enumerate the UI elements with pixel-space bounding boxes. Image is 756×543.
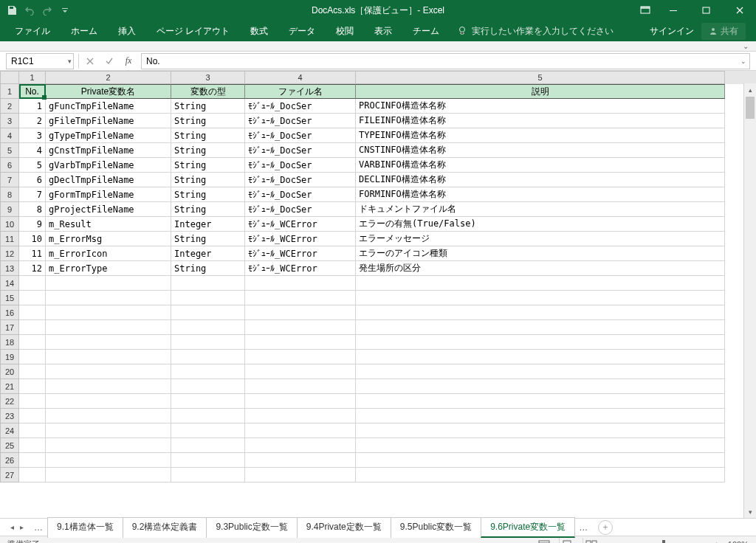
table-cell[interactable]	[19, 335, 46, 350]
table-cell[interactable]: ﾓｼﾞｭｰﾙ_WCError	[245, 261, 356, 276]
table-cell[interactable]: ドキュメントファイル名	[356, 202, 725, 217]
row-header[interactable]: 26	[0, 453, 19, 468]
col-header[interactable]: 2	[46, 71, 171, 84]
table-cell[interactable]: 10	[19, 232, 46, 246]
table-cell[interactable]: gVarbTmpFileName	[46, 158, 171, 173]
scroll-up-icon[interactable]: ▴	[744, 83, 756, 96]
close-button[interactable]	[723, 0, 756, 21]
row-header[interactable]: 1	[0, 84, 19, 99]
table-cell[interactable]	[19, 379, 46, 394]
table-cell[interactable]: gProjectFileName	[46, 202, 171, 217]
save-icon[interactable]	[6, 4, 18, 16]
table-cell[interactable]	[46, 409, 171, 423]
table-cell[interactable]	[19, 409, 46, 423]
page-break-view-button[interactable]	[583, 538, 600, 544]
vertical-scrollbar[interactable]: ▴ ▾	[743, 83, 756, 518]
table-cell[interactable]	[245, 453, 356, 468]
table-cell[interactable]: 6	[19, 173, 46, 187]
table-cell[interactable]	[245, 438, 356, 453]
table-cell[interactable]	[356, 409, 725, 423]
table-cell[interactable]	[46, 379, 171, 394]
table-cell[interactable]: 発生場所の区分	[356, 261, 725, 276]
table-cell[interactable]: String	[171, 99, 245, 114]
table-cell[interactable]: gFileTmpFileName	[46, 114, 171, 128]
ribbon-tab-data[interactable]: データ	[278, 21, 326, 41]
table-cell[interactable]	[245, 379, 356, 394]
undo-icon[interactable]	[24, 4, 35, 16]
table-cell[interactable]	[356, 438, 725, 453]
table-cell[interactable]	[46, 305, 171, 320]
tab-overflow-left-icon[interactable]: …	[30, 522, 47, 533]
table-cell[interactable]	[356, 276, 725, 291]
table-cell[interactable]	[46, 291, 171, 305]
table-cell[interactable]: String	[171, 114, 245, 128]
sheet-tab[interactable]: 9.3Public定数一覧	[206, 517, 297, 538]
table-cell[interactable]: TYPEINFO構造体名称	[356, 128, 725, 143]
row-header[interactable]: 19	[0, 350, 19, 364]
table-cell[interactable]: DECLINFO構造体名称	[356, 173, 725, 187]
table-cell[interactable]	[46, 364, 171, 379]
table-cell[interactable]	[46, 453, 171, 468]
table-cell[interactable]: m_Result	[46, 217, 171, 232]
table-cell[interactable]	[19, 350, 46, 364]
table-cell[interactable]: ﾓｼﾞｭｰﾙ_WCError	[245, 232, 356, 246]
table-cell[interactable]	[356, 394, 725, 409]
table-cell[interactable]	[245, 320, 356, 335]
table-cell[interactable]: gTypeTmpFileName	[46, 128, 171, 143]
table-cell[interactable]: エラーのアイコン種類	[356, 246, 725, 261]
table-header-cell[interactable]: No.	[19, 84, 46, 99]
table-cell[interactable]: 8	[19, 202, 46, 217]
table-cell[interactable]	[171, 350, 245, 364]
row-header[interactable]: 24	[0, 423, 19, 438]
table-cell[interactable]	[171, 335, 245, 350]
table-cell[interactable]	[19, 276, 46, 291]
row-header[interactable]: 17	[0, 320, 19, 335]
sheet-tab[interactable]: 9.1構造体一覧	[47, 517, 123, 538]
table-header-cell[interactable]: 説明	[356, 84, 725, 99]
table-cell[interactable]	[46, 394, 171, 409]
qat-customize-icon[interactable]	[59, 4, 71, 16]
row-header[interactable]: 22	[0, 394, 19, 409]
page-layout-view-button[interactable]	[559, 538, 577, 544]
table-cell[interactable]: gDeclTmpFileName	[46, 173, 171, 187]
table-cell[interactable]	[356, 350, 725, 364]
table-cell[interactable]	[245, 409, 356, 423]
maximize-button[interactable]	[690, 0, 723, 21]
table-cell[interactable]: ﾓｼﾞｭｰﾙ_DocSer	[245, 114, 356, 128]
table-cell[interactable]	[245, 350, 356, 364]
row-header[interactable]: 3	[0, 114, 19, 128]
signin-link[interactable]: サインイン	[650, 25, 694, 38]
row-header[interactable]: 16	[0, 305, 19, 320]
row-header[interactable]: 11	[0, 232, 19, 246]
table-cell[interactable]	[19, 364, 46, 379]
table-cell[interactable]: ﾓｼﾞｭｰﾙ_DocSer	[245, 187, 356, 202]
table-cell[interactable]	[46, 320, 171, 335]
table-cell[interactable]	[171, 394, 245, 409]
table-cell[interactable]	[171, 409, 245, 423]
row-header[interactable]: 9	[0, 202, 19, 217]
table-header-cell[interactable]: 変数の型	[171, 84, 245, 99]
table-cell[interactable]: 2	[19, 114, 46, 128]
new-sheet-button[interactable]: ＋	[598, 520, 613, 535]
enter-formula-button[interactable]	[100, 53, 119, 69]
table-cell[interactable]: ﾓｼﾞｭｰﾙ_DocSer	[245, 128, 356, 143]
table-cell[interactable]	[19, 394, 46, 409]
ribbon-tab-formulas[interactable]: 数式	[240, 21, 278, 41]
table-cell[interactable]: m_ErrorIcon	[46, 246, 171, 261]
row-header[interactable]: 21	[0, 379, 19, 394]
ribbon-display-icon[interactable]	[634, 0, 656, 21]
table-cell[interactable]: FILEINFO構造体名称	[356, 114, 725, 128]
table-cell[interactable]	[46, 438, 171, 453]
table-cell[interactable]	[245, 394, 356, 409]
zoom-in-button[interactable]: +	[711, 540, 721, 544]
table-cell[interactable]	[171, 320, 245, 335]
name-box[interactable]: R1C1 ▾	[6, 53, 74, 69]
table-cell[interactable]	[245, 291, 356, 305]
table-cell[interactable]	[356, 320, 725, 335]
table-cell[interactable]: ﾓｼﾞｭｰﾙ_DocSer	[245, 143, 356, 158]
worksheet-grid[interactable]: 1 2 3 4 5 1No.Private変数名変数の型ファイル名説明21gFu…	[0, 71, 756, 518]
table-cell[interactable]: ﾓｼﾞｭｰﾙ_DocSer	[245, 158, 356, 173]
table-cell[interactable]	[171, 423, 245, 438]
row-header[interactable]: 6	[0, 158, 19, 173]
row-header[interactable]: 13	[0, 261, 19, 276]
